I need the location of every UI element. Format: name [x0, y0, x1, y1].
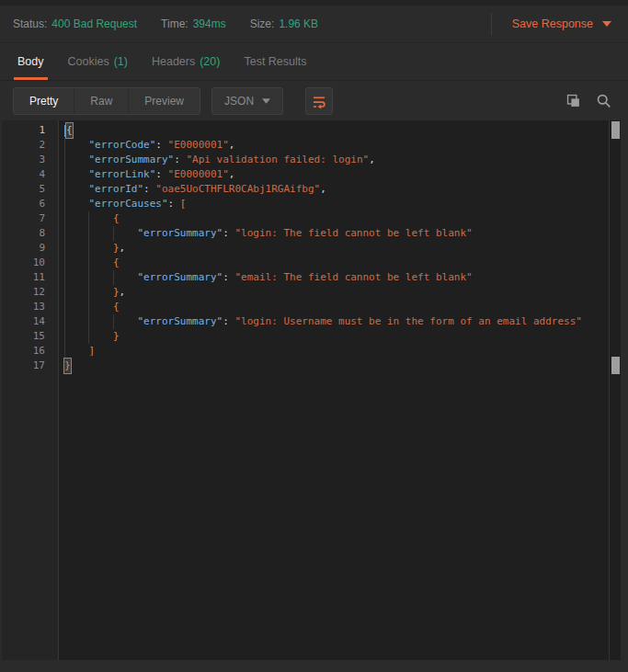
save-response-button[interactable]: Save Response: [508, 17, 615, 30]
language-select-value: JSON: [224, 95, 254, 108]
code-line: 10{: [2, 256, 621, 270]
code-line-content: "errorId": "oae5UoCTHFLR0CAbj1RGAifbg",: [58, 182, 326, 197]
indent-guide: [88, 270, 112, 285]
code-line: 3"errorSummary": "Api validation failed:…: [2, 153, 621, 167]
code-line: 5"errorId": "oae5UoCTHFLR0CAbj1RGAifbg",: [2, 182, 621, 197]
response-toolbar: PrettyRawPreview JSON: [0, 81, 628, 120]
code-token: "errorId": [88, 182, 143, 197]
status-items: Status:400 Bad RequestTime:394msSize:1.9…: [13, 17, 342, 30]
code-line-content: "errorSummary": "login: Username must be…: [58, 314, 582, 329]
tab-label: Body: [17, 55, 44, 68]
tab-cookies[interactable]: Cookies(1): [56, 43, 140, 80]
indent-guide: [64, 314, 88, 329]
code-token: }: [113, 329, 120, 344]
line-number: 7: [2, 211, 58, 226]
response-body-editor[interactable]: 1{2"errorCode": "E0000001",3"errorSummar…: [2, 120, 621, 660]
indent-guide: [88, 241, 112, 256]
line-number: 2: [2, 138, 58, 153]
code-token: :: [155, 138, 167, 153]
indent-guide: [64, 167, 88, 182]
view-mode-switcher: PrettyRawPreview: [13, 87, 200, 115]
tab-count-badge: (20): [200, 55, 220, 68]
code-line-content: }: [58, 359, 71, 373]
status-value: 1.96 KB: [279, 17, 318, 30]
indent-guide: [64, 329, 88, 344]
language-select[interactable]: JSON: [211, 87, 283, 115]
code-token: {: [113, 300, 120, 314]
code-token: "errorCauses": [88, 197, 167, 211]
code-token: ,: [229, 167, 235, 182]
view-mode-raw[interactable]: Raw: [74, 88, 128, 114]
code-token: "errorSummary": [88, 153, 174, 167]
indent-guide: [64, 182, 88, 197]
search-button[interactable]: [596, 93, 611, 108]
code-line-content: {: [58, 300, 120, 314]
code-token: ,: [229, 138, 235, 153]
save-response-label: Save Response: [512, 17, 593, 30]
status-label: Size:: [250, 17, 275, 30]
code-token: [: [180, 197, 187, 211]
code-line: 14"errorSummary": "login: Username must …: [2, 314, 621, 329]
code-token: ,: [369, 153, 375, 167]
code-line-content: },: [58, 285, 125, 300]
indent-guide: [64, 197, 88, 211]
line-number: 9: [2, 241, 58, 256]
copy-button[interactable]: [565, 93, 581, 108]
text-cursor: [64, 125, 65, 137]
view-mode-pretty[interactable]: Pretty: [14, 88, 74, 114]
code-line-content: "errorCode": "E0000001",: [58, 138, 234, 153]
code-token: "errorLink": [88, 167, 155, 182]
tab-headers[interactable]: Headers(20): [140, 43, 232, 80]
tab-count-badge: (1): [114, 55, 128, 68]
code-token: "login: The field cannot be left blank": [234, 226, 472, 241]
status-item: Time:394ms: [161, 17, 226, 30]
response-status-bar: Status:400 Bad RequestTime:394msSize:1.9…: [0, 6, 628, 42]
view-mode-preview[interactable]: Preview: [128, 88, 200, 114]
indent-guide: [64, 300, 88, 314]
code-token: }: [113, 285, 120, 300]
line-number: 12: [2, 285, 58, 300]
indent-guide: [64, 285, 88, 300]
code-line: 12},: [2, 285, 621, 300]
indent-guide: [88, 314, 112, 329]
wrap-text-button[interactable]: [305, 87, 333, 115]
code-line: 11"errorSummary": "email: The field cann…: [2, 270, 621, 285]
code-token: :: [168, 197, 180, 211]
tab-label: Test Results: [244, 55, 306, 68]
code-token: ,: [120, 285, 126, 300]
status-value: 394ms: [193, 17, 226, 30]
editor-scrollbar[interactable]: [609, 120, 621, 660]
save-response-area: Save Response: [491, 13, 615, 35]
code-line-content: "errorCauses": [: [58, 197, 186, 211]
active-tab-underline: [14, 77, 48, 80]
code-line-content: "errorLink": "E0000001",: [58, 167, 234, 182]
bracket-match-mark-top: [611, 121, 620, 139]
indent-guide: [64, 270, 88, 285]
code-token: :: [223, 226, 234, 241]
code-token: ,: [120, 241, 126, 256]
indent-guide: [113, 314, 137, 329]
line-number: 8: [2, 226, 58, 241]
search-icon: [596, 93, 611, 108]
indent-guide: [64, 153, 88, 167]
code-token: }: [113, 241, 120, 256]
status-value: 400 Bad Request: [51, 17, 137, 30]
tab-body[interactable]: Body: [6, 43, 56, 80]
tab-label: Cookies: [68, 55, 109, 68]
status-item: Size:1.96 KB: [250, 17, 318, 30]
line-number: 16: [2, 344, 58, 359]
code-line: 16]: [2, 344, 621, 359]
chevron-down-icon: [602, 21, 611, 27]
code-token: ,: [320, 182, 326, 197]
line-number: 5: [2, 182, 58, 197]
tab-test-results[interactable]: Test Results: [232, 43, 318, 80]
code-line: 2"errorCode": "E0000001",: [2, 138, 621, 153]
code-token: {: [113, 256, 120, 270]
line-number: 4: [2, 167, 58, 182]
line-number: 6: [2, 197, 58, 211]
line-number: 15: [2, 329, 58, 344]
code-line-content: {: [58, 256, 120, 270]
code-token: "oae5UoCTHFLR0CAbj1RGAifbg": [155, 182, 320, 197]
tab-label: Headers: [152, 55, 195, 68]
code-line: 8"errorSummary": "login: The field canno…: [2, 226, 621, 241]
